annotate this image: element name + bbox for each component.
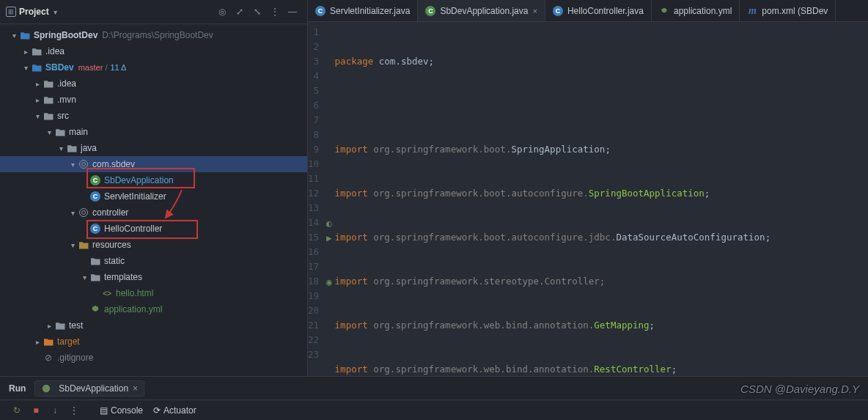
file-label: ServletInitializer	[104, 191, 166, 202]
item-label: main	[69, 127, 88, 137]
git-changes: 11 Δ	[110, 63, 126, 72]
folder-icon	[43, 78, 54, 89]
yml-icon	[659, 6, 669, 16]
spring-icon	[41, 383, 51, 394]
tree-module[interactable]: ▾ SBDev master / 11 Δ	[0, 59, 307, 75]
folder-icon	[43, 336, 54, 347]
chevron-right-icon: ▸	[32, 338, 43, 346]
run-title: Run	[9, 383, 26, 394]
chevron-down-icon: ▾	[67, 209, 78, 217]
item-label: templates	[104, 272, 142, 282]
tree-package[interactable]: ▾ com.sbdev	[0, 156, 307, 172]
package-label: controller	[92, 207, 128, 218]
project-title: Project	[19, 7, 49, 17]
chevron-down-icon: ▾	[67, 241, 78, 249]
folder-icon	[66, 142, 78, 154]
tree-file-application-yml[interactable]: application.yml	[0, 301, 307, 317]
class-icon: C	[89, 223, 101, 235]
tree-package-controller[interactable]: ▾ controller	[0, 205, 307, 221]
file-label: SbDevApplication	[104, 175, 174, 185]
tab-hellocontroller[interactable]: C HelloController.java	[545, 0, 652, 21]
chevron-down-icon: ▾	[44, 128, 54, 136]
close-icon[interactable]: ×	[532, 7, 537, 15]
stop-icon[interactable]: ■	[28, 402, 44, 419]
actuator-tab[interactable]: ⟳Actuator	[153, 405, 196, 416]
rerun-icon[interactable]: ↻	[9, 402, 25, 419]
tree-item[interactable]: ▾ resources	[0, 237, 307, 253]
package-label: com.sbdev	[92, 159, 135, 169]
down-icon[interactable]: ↓	[47, 402, 63, 419]
chevron-right-icon: ▸	[32, 96, 43, 104]
tree-item[interactable]: ▾ main	[0, 124, 307, 140]
chevron-down-icon: ▾	[79, 273, 89, 281]
code-editor[interactable]: 1234567891011121314151617181920212223 ◐ …	[308, 22, 868, 376]
tree-root[interactable]: ▾ SpringBootDev D:\Programs\SpringBootDe…	[0, 27, 307, 43]
code-content[interactable]: package com.sbdev; import org.springfram…	[332, 22, 868, 376]
run-config-tab[interactable]: SbDevApplication ×	[34, 380, 144, 397]
settings-icon[interactable]: ⋮	[268, 4, 282, 19]
package-icon	[78, 207, 89, 218]
chevron-down-icon[interactable]: ▾	[51, 8, 61, 16]
class-icon: C	[553, 6, 563, 16]
tree-item[interactable]: ▾ java	[0, 140, 307, 156]
tab-application-yml[interactable]: application.yml	[652, 0, 740, 21]
endpoint-mark-icon: ◉	[326, 274, 332, 289]
chevron-right-icon: ▸	[21, 48, 31, 56]
chevron-down-icon: ▾	[21, 64, 31, 72]
run-tool-window: Run SbDevApplication ×	[0, 376, 868, 399]
tab-pom-xml[interactable]: m pom.xml (SBDev	[740, 0, 836, 21]
tree-file-servletinitializer[interactable]: C ServletInitializer	[0, 188, 307, 205]
yml-icon	[89, 303, 101, 315]
module-name: SBDev	[45, 62, 74, 73]
file-label: HelloController	[104, 224, 162, 234]
tree-file-hellocontroller[interactable]: C HelloController	[0, 221, 307, 237]
root-name: SpringBootDev	[34, 30, 98, 40]
console-tab[interactable]: ▤Console	[100, 405, 143, 416]
tab-servletinitializer[interactable]: C ServletInitializer.java	[308, 0, 418, 21]
tree-item[interactable]: ▸ test	[0, 317, 307, 334]
tree-item[interactable]: ▸ .idea	[0, 75, 307, 92]
project-tree: ▾ SpringBootDev D:\Programs\SpringBootDe…	[0, 24, 307, 376]
gutter-marks: ◐ ▶ ◉	[326, 22, 332, 376]
editor-tabs: C ServletInitializer.java C SbDevApplica…	[308, 0, 868, 22]
project-view-icon[interactable]: ⊞	[6, 7, 16, 17]
tree-file-sbdevapplication[interactable]: C SbDevApplication	[0, 172, 307, 188]
tree-item[interactable]: ▾ src	[0, 108, 307, 124]
chevron-right-icon: ▸	[32, 80, 43, 88]
folder-icon	[31, 45, 43, 57]
class-icon: C	[315, 6, 326, 16]
resources-icon	[78, 239, 89, 251]
chevron-down-icon: ▾	[32, 112, 43, 120]
collapse-icon[interactable]: ⤡	[250, 4, 265, 19]
item-label: target	[57, 336, 80, 347]
tree-item[interactable]: static	[0, 253, 307, 269]
tree-item[interactable]: ▸ .mvn	[0, 92, 307, 108]
tree-item[interactable]: ▸ target	[0, 334, 307, 350]
tree-file-hello-html[interactable]: <> hello.html	[0, 285, 307, 301]
class-icon: C	[425, 6, 435, 16]
close-icon[interactable]: ×	[133, 383, 138, 394]
target-icon[interactable]: ◎	[215, 4, 229, 19]
git-branch: master /	[78, 63, 108, 72]
expand-icon[interactable]: ⤢	[232, 4, 247, 19]
file-label: application.yml	[104, 304, 162, 314]
editor-area: C ServletInitializer.java C SbDevApplica…	[308, 0, 868, 376]
project-header: ⊞ Project ▾ ◎ ⤢ ⤡ ⋮ —	[0, 0, 307, 24]
tree-item[interactable]: ▸ .idea	[0, 43, 307, 59]
file-label: .gitignore	[57, 353, 93, 363]
root-path: D:\Programs\SpringBootDev	[102, 30, 213, 40]
item-label: static	[104, 256, 125, 266]
console-icon: ▤	[100, 405, 108, 416]
item-label: .mvn	[57, 95, 76, 105]
tab-sbdevapplication[interactable]: C SbDevApplication.java ×	[418, 0, 545, 21]
more-icon[interactable]: ⋮	[66, 402, 82, 419]
file-label: hello.html	[116, 288, 153, 298]
chevron-down-icon: ▾	[67, 161, 78, 169]
class-icon: C	[89, 191, 101, 202]
hide-icon[interactable]: —	[285, 4, 300, 19]
tree-file-gitignore[interactable]: ⊘ .gitignore	[0, 350, 307, 366]
folder-icon	[89, 255, 101, 267]
watermark: CSDN @Davieyang.D.Y	[740, 383, 859, 395]
folder-icon	[89, 271, 101, 283]
tree-item[interactable]: ▾ templates	[0, 269, 307, 285]
